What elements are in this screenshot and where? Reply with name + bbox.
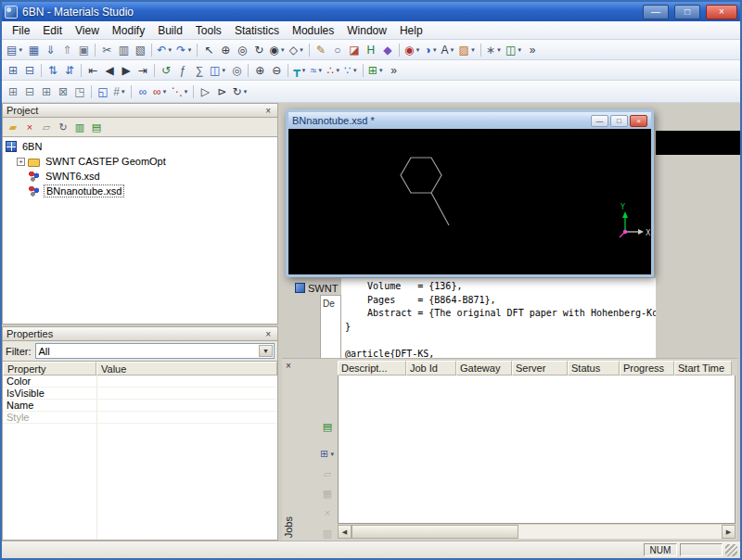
open-item-icon[interactable]: ▱ [39, 120, 54, 134]
menu-item-tools[interactable]: Tools [189, 22, 228, 39]
viewer-maximize-button[interactable]: □ [610, 115, 628, 127]
jobs-col-server[interactable]: Server [512, 361, 568, 375]
erase-icon[interactable]: ◪ [346, 42, 363, 58]
paste-icon[interactable]: ▧ [132, 42, 148, 58]
last-frame-icon[interactable]: ⇥ [134, 62, 151, 79]
label-atoms-icon[interactable]: A▼ [440, 42, 457, 58]
rotate-view-icon[interactable]: ↻ [250, 42, 267, 58]
jobs-col-status[interactable]: Status [568, 361, 620, 375]
jobs-col-start-time[interactable]: Start Time [674, 361, 732, 375]
crystal-builder-icon[interactable]: ∴▼ [325, 62, 342, 79]
polymer-builder-icon[interactable]: ≈▼ [308, 62, 325, 79]
menu-item-modify[interactable]: Modify [106, 22, 151, 39]
menu-item-modules[interactable]: Modules [286, 22, 340, 39]
sketch-atom-icon[interactable]: ✎ [313, 42, 329, 58]
refresh-icon[interactable]: ↺ [158, 62, 174, 79]
viewer-3d-canvas[interactable]: Y X [288, 129, 651, 274]
jobs-horizontal-scrollbar[interactable]: ◀ ▶ [338, 525, 736, 539]
menu-item-build[interactable]: Build [151, 22, 189, 39]
tree-item-6bn[interactable]: 6BN [3, 139, 277, 154]
new-folder-icon[interactable]: ▰ [6, 120, 20, 134]
titlebar[interactable]: 6BN - Materials Studio — □ × [2, 2, 740, 21]
surface-builder-icon[interactable]: ∵▼ [342, 62, 360, 79]
copy-icon[interactable]: ▥ [115, 42, 132, 58]
step-animation-icon[interactable]: ⊳ [213, 83, 230, 100]
atom-selection-icon[interactable]: ◉▼ [403, 42, 422, 58]
scroll-right-icon[interactable]: ▶ [722, 525, 736, 539]
jobs-help-icon[interactable]: ▤ [320, 420, 335, 434]
text-editor[interactable]: Volume = {136}, Pages = {B864-B871}, Abs… [341, 278, 656, 360]
sketch-ring-icon[interactable]: ○ [329, 42, 346, 58]
clean-structure-icon[interactable]: ◆ [379, 42, 396, 58]
toolbar-options-icon[interactable]: » [386, 62, 403, 79]
viewer-titlebar[interactable]: BNnanotube.xsd * — □ × [288, 112, 651, 129]
cut-icon[interactable]: ✂ [98, 42, 115, 58]
properties-panel-header[interactable]: Properties × [2, 326, 278, 341]
resize-grip[interactable] [725, 544, 737, 556]
project-panel-header[interactable]: Project × [2, 103, 278, 118]
zoom-view-icon[interactable]: ◎ [234, 42, 250, 58]
tree-item-swnt6-xsd[interactable]: SWNT6.xsd [3, 169, 277, 184]
new-document-icon[interactable]: ▤▼ [5, 42, 25, 58]
nanotube-builder-icon[interactable]: ┳▼ [291, 62, 308, 79]
property-row-name[interactable]: Name [3, 400, 277, 412]
save-icon[interactable]: ▦ [25, 42, 42, 58]
viewer-minimize-button[interactable]: — [591, 115, 608, 127]
numbering-icon[interactable]: #▼ [111, 83, 128, 100]
chain-builder-icon[interactable]: ∞▼ [151, 83, 170, 100]
table-borders-icon[interactable]: ⊞ [5, 83, 21, 100]
dropdown-arrow-icon[interactable]: ▼ [259, 345, 273, 357]
menu-item-statistics[interactable]: Statistics [228, 22, 286, 39]
tree-item-swnt-castep-geomopt[interactable]: + SWNT CASTEP GeomOpt [3, 154, 277, 169]
sum-icon[interactable]: ∑ [191, 62, 208, 79]
viewer-close-button[interactable]: × [630, 115, 647, 127]
menu-item-view[interactable]: View [69, 22, 106, 39]
tree-expander[interactable]: + [17, 158, 25, 166]
tree-item-bnnanotube-xsd[interactable]: BNnanotube.xsd [3, 184, 277, 198]
export-icon[interactable]: ⇑ [58, 42, 75, 58]
center-view-icon[interactable]: ◉▼ [267, 42, 287, 58]
menu-item-window[interactable]: Window [340, 22, 393, 39]
bond-calculation-icon[interactable]: ∞ [134, 83, 151, 100]
project-help-icon[interactable]: ▤ [89, 120, 104, 134]
maximize-button[interactable]: □ [674, 5, 700, 19]
cascade-windows-icon[interactable]: ◳ [71, 83, 88, 100]
column-header-value[interactable]: Value [96, 362, 277, 375]
calculation-setup-icon[interactable]: ∗▼ [484, 42, 504, 58]
column-header-property[interactable]: Property [3, 362, 96, 375]
adjust-hydrogen-icon[interactable]: H [363, 42, 379, 58]
minimize-button[interactable]: — [643, 5, 669, 19]
property-row-style[interactable]: Style [3, 412, 277, 424]
redo-icon[interactable]: ↷▼ [174, 42, 194, 58]
jobs-tab-label[interactable]: Jobs [283, 516, 294, 538]
undo-icon[interactable]: ↶▼ [155, 42, 174, 58]
first-frame-icon[interactable]: ⇤ [84, 62, 101, 79]
display-style-icon[interactable]: ◑▼ [422, 42, 439, 58]
function-builder-icon[interactable]: ƒ [174, 62, 191, 79]
background-window-tab[interactable]: SWNT [295, 281, 338, 295]
menu-item-help[interactable]: Help [393, 22, 429, 39]
split-cells-icon[interactable]: ⊞ [38, 83, 55, 100]
refresh-project-icon[interactable]: ↻ [56, 120, 70, 134]
play-animation-icon[interactable]: ▷ [197, 83, 213, 100]
sort-descending-icon[interactable]: ⇵ [61, 62, 78, 79]
next-frame-icon[interactable]: ▶ [118, 62, 134, 79]
viewer-window-bnnanotube[interactable]: BNnanotube.xsd * — □ × Y [286, 109, 654, 277]
jobs-col-gateway[interactable]: Gateway [456, 361, 512, 375]
jobs-table-body[interactable] [338, 375, 736, 524]
insert-row-icon[interactable]: ⊟ [21, 62, 38, 79]
jobs-save-icon[interactable]: ▦ [320, 487, 335, 501]
view-orientation-icon[interactable]: ◇▼ [288, 42, 306, 58]
property-row-color[interactable]: Color [3, 375, 277, 388]
properties-close-icon[interactable]: × [262, 329, 274, 339]
analysis-icon[interactable]: ◫▼ [504, 42, 524, 58]
filter-dropdown[interactable]: All ▼ [35, 343, 275, 359]
study-table-icon[interactable]: ⊞▼ [366, 62, 386, 79]
print-icon[interactable]: ▣ [75, 42, 92, 58]
import-icon[interactable]: ⇓ [42, 42, 58, 58]
selection-mode-icon[interactable]: ↖ [200, 42, 217, 58]
previous-frame-icon[interactable]: ◀ [101, 62, 118, 79]
project-tree[interactable]: 6BN + SWNT CASTEP GeomOpt SWNT6.xsd [2, 136, 278, 325]
merge-cells-icon[interactable]: ⊟ [21, 83, 38, 100]
chart-icon[interactable]: ◫▼ [208, 62, 228, 79]
